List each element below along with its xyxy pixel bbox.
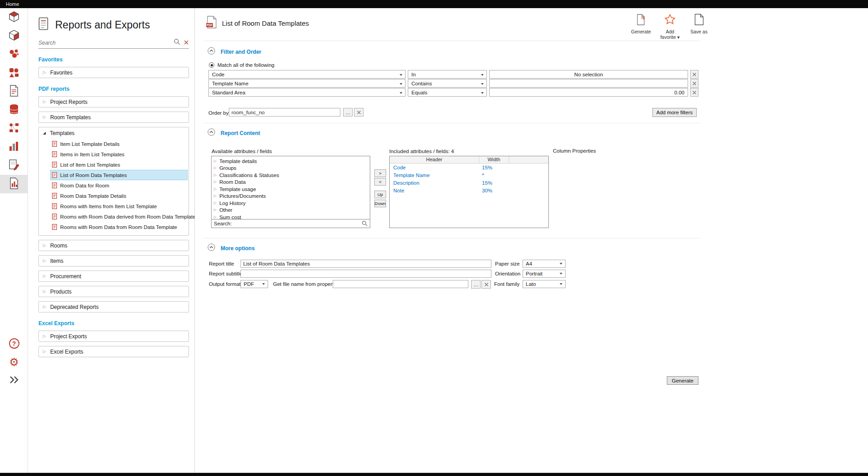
- filter-field-select[interactable]: Template Name: [208, 79, 406, 88]
- move-down-button[interactable]: Down: [374, 200, 386, 207]
- tree-item-report[interactable]: Room Data Template Details: [50, 191, 188, 201]
- rail-item-document-edit[interactable]: [0, 156, 28, 175]
- chevron-expanded-icon: ◢: [43, 131, 46, 135]
- attribute-group[interactable]: ▷Log History: [212, 200, 370, 207]
- collapse-section-button[interactable]: [208, 243, 215, 253]
- collapse-section-button[interactable]: [208, 128, 215, 138]
- filter-value-input[interactable]: [489, 79, 688, 88]
- reports-sidebar: Reports and Exports Favorites ▷ Favorite…: [28, 8, 195, 473]
- attribute-group[interactable]: ▷Groups: [212, 165, 370, 172]
- module-rail: ? ⚙: [0, 8, 28, 473]
- attribute-group[interactable]: ▷Other: [212, 207, 370, 214]
- filter-section-header: Filter and Order: [208, 47, 261, 56]
- generate-button[interactable]: Generate: [667, 376, 698, 385]
- tree-item-report[interactable]: Item List Template Details: [50, 139, 188, 149]
- chevron-down-icon: [481, 74, 484, 76]
- save-as-button[interactable]: Save as: [687, 14, 711, 40]
- sidebar-item-deprecated-reports[interactable]: ▷ Deprecated Reports: [38, 301, 189, 313]
- move-up-button[interactable]: Up: [374, 191, 386, 198]
- tree-item-report[interactable]: Room Data for Room: [50, 180, 188, 191]
- sidebar-search-bar[interactable]: [38, 38, 189, 49]
- search-icon[interactable]: [174, 38, 180, 47]
- tree-item-report[interactable]: Rooms with Room Data from Room Data Temp…: [50, 222, 188, 232]
- filter-operator-select[interactable]: Equals: [408, 88, 487, 97]
- close-icon: [357, 110, 361, 115]
- remove-filter-button[interactable]: [690, 88, 698, 97]
- rail-item-documents[interactable]: [0, 82, 28, 101]
- sidebar-item-templates[interactable]: ◢ Templates: [39, 127, 189, 139]
- attribute-group[interactable]: ▷Classifications & Statuses: [212, 172, 370, 179]
- orientation-select[interactable]: Portrait: [523, 270, 566, 278]
- tree-item-report-selected[interactable]: List of Room Data Templates: [50, 170, 188, 180]
- pdf-report-icon: [52, 182, 57, 188]
- rail-item-database[interactable]: [0, 101, 28, 119]
- filter-field-select[interactable]: Standard Area: [208, 88, 406, 97]
- attribute-group[interactable]: ▷Template details: [212, 158, 370, 165]
- order-by-input[interactable]: [229, 108, 340, 117]
- attribute-group[interactable]: ▷Template usage: [212, 186, 370, 193]
- font-family-select[interactable]: Lato: [523, 280, 566, 288]
- order-by-browse-button[interactable]: …: [343, 108, 353, 117]
- table-row[interactable]: Description 15%: [390, 179, 548, 187]
- tree-item-report[interactable]: List of Item List Templates: [50, 159, 188, 170]
- sidebar-item-excel-exports[interactable]: ▷ Excel Exports: [38, 346, 189, 357]
- output-format-select[interactable]: PDF: [241, 280, 268, 288]
- file-name-browse-button[interactable]: …: [471, 280, 481, 289]
- move-right-button[interactable]: >: [374, 169, 386, 177]
- sidebar-item-project-reports[interactable]: ▷ Project Reports: [38, 96, 189, 107]
- attribute-group[interactable]: ▷Pictures/Documents: [212, 193, 370, 200]
- file-name-property-input[interactable]: [333, 280, 468, 288]
- sidebar-item-room-templates[interactable]: ▷ Room Templates: [38, 112, 189, 123]
- add-more-filters-button[interactable]: Add more filters: [652, 108, 697, 117]
- sidebar-item-favorites[interactable]: ▷ Favorites: [38, 67, 189, 78]
- report-title-input[interactable]: [241, 260, 491, 268]
- rail-item-rooms[interactable]: [0, 45, 28, 64]
- filter-value-input[interactable]: No selection: [489, 70, 688, 79]
- file-name-clear-button[interactable]: [481, 280, 491, 289]
- filter-operator-select[interactable]: Contains: [408, 79, 487, 88]
- collapse-section-button[interactable]: [208, 47, 215, 56]
- table-row[interactable]: Template Name *: [390, 171, 548, 179]
- attribute-group[interactable]: ▷Room Data: [212, 179, 370, 186]
- rail-item-items[interactable]: [0, 64, 28, 82]
- rail-item-statistics[interactable]: [0, 138, 28, 156]
- home-menu-item[interactable]: Home: [6, 1, 19, 7]
- sidebar-item-project-exports[interactable]: ▷ Project Exports: [38, 331, 189, 342]
- order-by-clear-button[interactable]: [354, 108, 363, 117]
- attribute-search-bar[interactable]: Search:: [212, 219, 370, 228]
- rail-item-building-model[interactable]: [0, 27, 28, 45]
- filter-value-input[interactable]: 0.00: [489, 88, 688, 97]
- tree-item-report[interactable]: Rooms with Items from Item List Template: [50, 201, 188, 211]
- sidebar-item-items[interactable]: ▷ Items: [38, 255, 189, 266]
- paper-size-select[interactable]: A4: [523, 260, 566, 268]
- help-button[interactable]: ?: [0, 334, 28, 353]
- orientation-label: Orientation: [495, 271, 520, 276]
- rail-item-process[interactable]: [0, 119, 28, 138]
- add-favorite-button[interactable]: Add favorite ▾: [658, 14, 682, 40]
- clear-search-icon[interactable]: [184, 39, 189, 47]
- table-row[interactable]: Code 15%: [390, 163, 548, 171]
- rail-item-reports[interactable]: [0, 175, 28, 193]
- svg-text:PDF: PDF: [207, 23, 212, 27]
- expand-rail-button[interactable]: [0, 371, 28, 390]
- sidebar-item-products[interactable]: ▷ Products: [38, 286, 189, 297]
- attribute-search-input[interactable]: [234, 221, 360, 226]
- tree-item-label: Rooms with Room Data from Room Data Temp…: [60, 224, 177, 230]
- filter-operator-select[interactable]: In: [408, 70, 487, 79]
- match-all-radio[interactable]: [209, 62, 214, 68]
- rail-item-site-model[interactable]: [0, 8, 28, 27]
- report-subtitle-input[interactable]: [241, 270, 491, 278]
- settings-button[interactable]: ⚙: [0, 353, 28, 371]
- remove-filter-button[interactable]: [690, 79, 698, 88]
- search-input[interactable]: [38, 40, 170, 46]
- filter-field-select[interactable]: Code: [208, 70, 406, 79]
- remove-filter-button[interactable]: [690, 70, 698, 79]
- attribute-group[interactable]: ▷Sum cost: [212, 214, 370, 219]
- tree-item-report[interactable]: Rooms with Room Data derived from Room D…: [50, 211, 188, 222]
- move-left-button[interactable]: <: [374, 178, 386, 186]
- table-row[interactable]: Note 30%: [390, 187, 548, 194]
- sidebar-item-procurement[interactable]: ▷ Procurement: [38, 271, 189, 282]
- sidebar-item-rooms[interactable]: ▷ Rooms: [38, 240, 189, 251]
- tree-item-report[interactable]: Items in Item List Templates: [50, 149, 188, 159]
- generate-toolbar-button[interactable]: Generate: [629, 14, 653, 40]
